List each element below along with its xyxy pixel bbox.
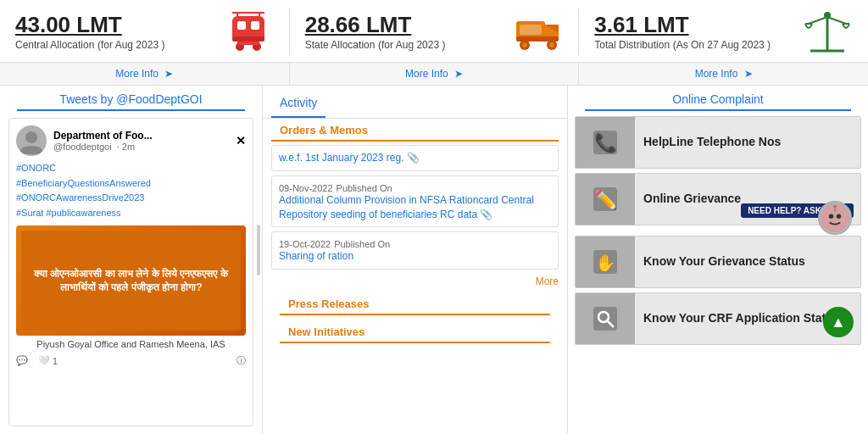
press-section: Press Releases: [263, 292, 567, 319]
initiatives-section: New Initiatives: [263, 320, 567, 347]
info-icon: ⓘ: [236, 354, 246, 367]
stat-central: 43.00 LMT Central Allocation (for Aug 20…: [0, 8, 290, 55]
svg-text:✋: ✋: [595, 253, 616, 273]
tweet-handle: @fooddeptgoi: [53, 142, 112, 152]
orders-section-label: Orders & Memos: [271, 119, 559, 142]
tweets-header: Tweets by @FoodDeptGOI: [17, 86, 245, 111]
more-info-state[interactable]: More Info ➤: [290, 63, 580, 85]
svg-point-17: [549, 42, 554, 47]
clip-icon: 📎: [480, 209, 492, 220]
activity-list: w.e.f. 1st January 2023 reg. 📎 09-Nov-20…: [263, 145, 567, 274]
activity-item-link[interactable]: Additional Column Provision in NFSA Rati…: [279, 193, 551, 222]
svg-line-22: [827, 17, 846, 24]
arrow-icon: ➤: [164, 68, 173, 80]
state-sub: (for Aug 2023 ): [378, 39, 445, 51]
stat-state: 28.66 LMT State Allocation (for Aug 2023…: [290, 8, 580, 55]
like-icon: 🤍 1: [38, 355, 58, 366]
list-item[interactable]: w.e.f. 1st January 2023 reg. 📎: [271, 145, 559, 171]
comment-icon: 💬: [16, 355, 28, 366]
scale-icon: [802, 8, 853, 55]
avatar: [16, 125, 47, 156]
activity-meta: 09-Nov-2022 Published On: [279, 183, 551, 193]
hand-icon: ✋: [576, 236, 635, 287]
initiatives-section-label: New Initiatives: [280, 320, 550, 343]
main-content: Tweets by @FoodDeptGOI Department of Foo…: [0, 86, 868, 433]
arrow-icon: ➤: [744, 68, 753, 80]
more-info-total-link[interactable]: More Info ➤: [579, 63, 868, 85]
list-item[interactable]: 19-Oct-2022 Published On Sharing of rati…: [271, 231, 559, 270]
more-info-central[interactable]: More Info ➤: [0, 63, 290, 85]
grievance-status-item[interactable]: ✋ Know Your Grievance Status: [575, 236, 861, 288]
svg-rect-3: [232, 36, 264, 42]
phone-icon: 📞: [576, 117, 635, 168]
chatbot-icon: [818, 201, 852, 235]
up-arrow-button[interactable]: ▲: [823, 307, 854, 337]
tweet-footer: 💬 🤍 1 ⓘ: [16, 354, 246, 367]
svg-rect-18: [520, 25, 542, 35]
crf-status-item[interactable]: Know Your CRF Application Status ▲: [575, 292, 861, 345]
central-value: 43.00 LMT: [15, 12, 223, 38]
state-label: State Allocation: [305, 39, 376, 51]
activity-meta: 19-Oct-2022 Published On: [279, 239, 551, 249]
more-info-central-link[interactable]: More Info ➤: [0, 63, 289, 85]
tab-activity[interactable]: Activity: [271, 92, 326, 118]
helpline-item[interactable]: 📞 HelpLine Telephone Nos: [575, 116, 861, 169]
pencil-icon: ✏️: [576, 174, 635, 225]
stat-total: 3.61 LMT Total Distribution (As On 27 Au…: [579, 8, 868, 55]
total-value: 3.61 LMT: [594, 12, 802, 38]
tweet-time: · 2m: [117, 142, 135, 152]
clip-icon: 📎: [407, 152, 420, 164]
svg-point-23: [824, 12, 831, 19]
tweet-tags: #ONORC #BeneficiaryQuestionsAnswered #ON…: [16, 161, 246, 220]
more-orders-link[interactable]: More: [263, 274, 567, 289]
svg-text:📞: 📞: [594, 131, 618, 154]
scroll-indicator: [257, 225, 260, 275]
svg-point-25: [25, 131, 37, 143]
svg-point-32: [837, 214, 841, 219]
tweet-image: क्या ओएनओआरसी का लाभ लेने के लिये एनएफएस…: [16, 225, 246, 336]
complaint-header: Online Complaint: [585, 86, 851, 111]
complaint-column: Online Complaint 📞 HelpLine Telephone No…: [568, 86, 868, 433]
svg-rect-6: [237, 42, 259, 45]
svg-point-33: [833, 205, 837, 209]
svg-point-16: [522, 42, 527, 47]
central-label: Central Allocation: [15, 39, 94, 51]
press-section-label: Press Releases: [280, 292, 550, 315]
helpline-text: HelpLine Telephone Nos: [635, 127, 860, 158]
tweets-column: Tweets by @FoodDeptGOI Department of Foo…: [0, 86, 263, 433]
train-icon: [223, 9, 274, 55]
x-twitter-icon: ✕: [236, 134, 246, 147]
more-info-row: More Info ➤ More Info ➤ More Info ➤: [0, 63, 868, 86]
magnifier-icon: [576, 293, 635, 344]
svg-line-21: [809, 17, 827, 24]
stats-bar: 43.00 LMT Central Allocation (for Aug 20…: [0, 0, 868, 63]
activity-item-link[interactable]: Sharing of ration: [279, 249, 551, 264]
truck-icon: [512, 13, 563, 52]
grievance-status-text: Know Your Grievance Status: [635, 247, 860, 277]
activity-column: Activity Orders & Memos w.e.f. 1st Janua…: [263, 86, 568, 433]
grievance-item[interactable]: ✏️ Online Grievance NEED HELP? ASK NICCI: [575, 173, 861, 225]
total-label: Total Distribution: [594, 39, 670, 51]
more-info-state-link[interactable]: More Info ➤: [290, 63, 579, 85]
arrow-icon: ➤: [454, 68, 463, 80]
tweet-box: Department of Foo... @fooddeptgoi · 2m ✕…: [8, 118, 253, 426]
tweet-caption: Piyush Goyal Office and Ramesh Meena, IA…: [16, 339, 246, 349]
svg-point-31: [829, 214, 833, 219]
complaint-items: 📞 HelpLine Telephone Nos ✏️ Online Griev…: [568, 111, 868, 433]
tweet-image-text: क्या ओएनओआरसी का लाभ लेने के लिये एनएफएस…: [28, 267, 234, 296]
central-sub: (for Aug 2023 ): [97, 39, 164, 51]
activity-item-link[interactable]: w.e.f. 1st January 2023 reg. 📎: [279, 151, 551, 165]
more-info-total[interactable]: More Info ➤: [579, 63, 868, 85]
tweet-account-name: Department of Foo...: [53, 130, 229, 142]
svg-rect-1: [237, 21, 246, 30]
state-value: 28.66 LMT: [305, 12, 513, 38]
svg-rect-2: [251, 21, 259, 30]
activity-tabs: Activity: [263, 86, 567, 119]
list-item[interactable]: 09-Nov-2022 Published On Additional Colu…: [271, 175, 559, 228]
total-sub: (As On 27 Aug 2023 ): [673, 39, 771, 51]
svg-text:✏️: ✏️: [594, 188, 618, 211]
